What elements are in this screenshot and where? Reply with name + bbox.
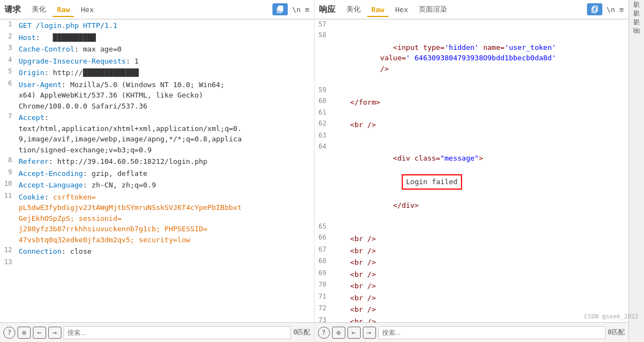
resp-menu-icon[interactable]: ≡: [619, 5, 624, 14]
resp-search-input[interactable]: [378, 326, 606, 339]
resp-line-62: 62 <br />: [315, 119, 629, 131]
code-line-5: 5 Origin: http://█████████████: [0, 67, 314, 79]
resp-line-73: 73 <br />: [315, 316, 629, 323]
resp-line-70: 70 <br />: [315, 280, 629, 292]
resp-line-69: 69 <br />: [315, 269, 629, 281]
svg-rect-4: [593, 6, 597, 11]
resp-line-57: 57: [315, 20, 629, 31]
code-line-10: 10 Accept-Language: zh-CN, zh;q=0.9: [0, 179, 314, 191]
code-line-6: 6 User-Agent: Mozilla/5.0 (Windows NT 10…: [0, 79, 314, 112]
response-title: 响应: [319, 4, 335, 15]
req-menu-icon[interactable]: ≡: [305, 5, 310, 14]
resp-toolbar-icons: \n ≡: [587, 3, 624, 15]
login-failed-text: Login failed: [402, 174, 462, 190]
code-line-3: 3 Cache-Control: max age=0: [0, 43, 314, 55]
code-line-8: 8 Referer: http://39.104.60.50:18212/log…: [0, 156, 314, 168]
request-bottom-bar: ? ⚙ ← → 0匹配: [0, 322, 314, 342]
code-line-4: 4 Upgrade-Insecure-Requests: 1: [0, 55, 314, 67]
resp-line-65: 65: [315, 222, 629, 233]
response-bottom-bar: ? ⚙ ← → 0匹配: [315, 322, 629, 342]
resp-line-67: 67 <br />: [315, 245, 629, 257]
tab-hex-resp[interactable]: Hex: [391, 3, 412, 17]
code-line-12: 12 Connection: close: [0, 246, 314, 258]
req-back-btn[interactable]: ←: [33, 327, 46, 339]
resp-back-btn[interactable]: ←: [347, 327, 361, 339]
svg-rect-1: [278, 6, 283, 11]
request-title: 请求: [4, 4, 21, 15]
code-line-1: 1 GET /login.php HTTP/1.1: [0, 20, 314, 32]
req-help-icon[interactable]: ?: [3, 327, 15, 339]
request-code: 1 GET /login.php HTTP/1.1 2 Host: ██████…: [0, 20, 314, 322]
resp-forward-btn[interactable]: →: [363, 327, 376, 339]
side-panel: 请 请 请 请 响: [629, 0, 644, 342]
response-code: 57 58 <input type='hidden' name='user_to…: [315, 20, 629, 322]
code-line-2: 2 Host: ██████████: [0, 32, 314, 44]
resp-line-72: 72 <br />: [315, 304, 629, 316]
code-line-11: 11 Cookie: csrftoken= pL5dwE3fybdigjv2Jt…: [0, 191, 314, 246]
resp-line-61: 61: [315, 108, 629, 119]
tab-render-resp[interactable]: 页面渲染: [414, 2, 452, 18]
tab-beautify-req[interactable]: 美化: [27, 2, 50, 18]
resp-match-count: 0匹配: [608, 328, 625, 337]
svg-rect-3: [592, 8, 596, 13]
tab-raw-req[interactable]: Raw: [53, 3, 74, 17]
resp-ln-icon[interactable]: \n: [607, 5, 615, 14]
watermark: CSDN @seek_2022: [584, 313, 639, 320]
resp-line-59: 59: [315, 86, 629, 96]
resp-copy-icon[interactable]: [587, 3, 602, 15]
resp-settings-icon[interactable]: ⚙: [332, 327, 345, 339]
request-header: 请求 美化 Raw Hex \n ≡: [0, 0, 314, 20]
tab-raw-resp[interactable]: Raw: [367, 3, 389, 17]
code-line-13: 13: [0, 258, 314, 269]
response-panel: 响应 美化 Raw Hex 页面渲染 \n ≡ 57: [315, 0, 629, 342]
req-toolbar-icons: \n ≡: [272, 3, 309, 15]
code-line-7: 7 Accept: text/html,application/xhtml+xm…: [0, 112, 314, 156]
tab-beautify-resp[interactable]: 美化: [342, 2, 365, 18]
req-match-count: 0匹配: [293, 328, 310, 337]
req-settings-icon[interactable]: ⚙: [18, 327, 31, 339]
req-ln-icon[interactable]: \n: [292, 5, 301, 14]
request-panel: 请求 美化 Raw Hex \n ≡ 1 GET /login.php HTTP: [0, 0, 315, 342]
resp-line-58: 58 <input type='hidden' name='user_token…: [315, 31, 629, 86]
resp-line-63: 63: [315, 131, 629, 142]
req-copy-icon[interactable]: [272, 3, 288, 15]
req-search-input[interactable]: [64, 326, 291, 339]
resp-line-64: 64 <div class="message"> Login failed </…: [315, 142, 629, 223]
resp-line-66: 66 <br />: [315, 233, 629, 245]
resp-line-60: 60 </form>: [315, 96, 629, 109]
resp-help-icon[interactable]: ?: [318, 327, 330, 339]
req-forward-btn[interactable]: →: [48, 327, 61, 339]
resp-line-68: 68 <br />: [315, 256, 629, 269]
tab-hex-req[interactable]: Hex: [76, 3, 98, 17]
code-line-9: 9 Accept-Encoding: gzip, deflate: [0, 168, 314, 180]
response-header: 响应 美化 Raw Hex 页面渲染 \n ≡: [315, 0, 629, 20]
resp-line-71: 71 <br />: [315, 292, 629, 304]
